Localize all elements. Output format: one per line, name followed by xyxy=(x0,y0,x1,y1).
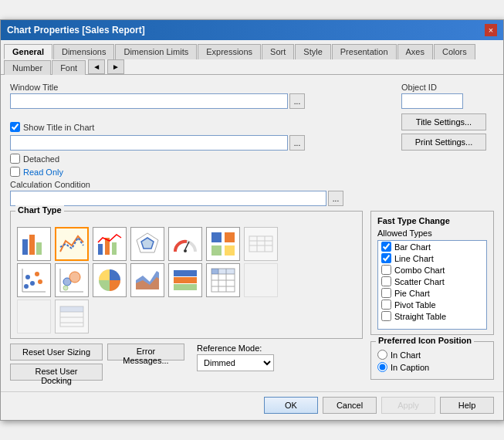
tab-dimension-limits[interactable]: Dimension Limits xyxy=(115,44,197,59)
pie-chart-icon[interactable] xyxy=(93,263,127,297)
svg-point-24 xyxy=(35,272,39,276)
chart-title-browse[interactable]: ... xyxy=(289,135,305,151)
svg-rect-0 xyxy=(22,239,28,255)
straight-table-list-label: Straight Table xyxy=(394,312,446,321)
straight-table-checkbox[interactable] xyxy=(381,311,391,321)
svg-point-22 xyxy=(25,275,30,279)
bar-chart-checkbox[interactable] xyxy=(381,242,391,252)
svg-rect-15 xyxy=(249,236,272,252)
scatter-chart-list-label: Scatter Chart xyxy=(394,277,445,286)
read-only-label: Read Only xyxy=(23,168,63,177)
window-title-browse[interactable]: ... xyxy=(289,93,305,109)
pie-chart-checkbox[interactable] xyxy=(381,288,391,298)
svg-rect-35 xyxy=(174,270,197,276)
scatter-chart-icon[interactable] xyxy=(17,263,51,297)
line-chart-checkbox[interactable] xyxy=(381,253,391,263)
line-chart-icon[interactable] xyxy=(55,227,89,261)
table-placeholder-icon[interactable] xyxy=(244,227,278,261)
preferred-position-box: Preferred Icon Position In Chart In Capt… xyxy=(370,341,494,380)
detached-label: Detached xyxy=(23,154,59,164)
tab-style[interactable]: Style xyxy=(295,44,330,59)
svg-point-25 xyxy=(38,279,42,284)
close-button[interactable]: × xyxy=(485,24,497,36)
svg-rect-2 xyxy=(36,242,42,255)
combo-chart-checkbox[interactable] xyxy=(381,265,391,275)
tab-axes[interactable]: Axes xyxy=(397,44,433,59)
svg-point-23 xyxy=(30,281,35,286)
svg-marker-8 xyxy=(141,238,154,249)
in-caption-radio[interactable] xyxy=(377,362,387,372)
tab-bar: General Dimensions Dimension Limits Expr… xyxy=(1,40,503,75)
tab-arrow-left[interactable]: ◄ xyxy=(88,59,105,74)
pivot-table-list-label: Pivot Table xyxy=(394,300,436,310)
area-chart-icon[interactable] xyxy=(130,263,164,297)
pivot-table-checkbox[interactable] xyxy=(381,300,391,310)
bar-chart-icon[interactable] xyxy=(17,227,51,261)
in-chart-option[interactable]: In Chart xyxy=(377,350,487,360)
tab-font[interactable]: Font xyxy=(52,60,86,75)
tab-colors[interactable]: Colors xyxy=(434,44,475,59)
svg-rect-1 xyxy=(29,235,35,255)
fast-type-box: Fast Type Change Allowed Types Bar Chart… xyxy=(370,211,494,335)
in-caption-option[interactable]: In Caption xyxy=(377,362,487,372)
window-title-input[interactable]: Sales Report xyxy=(10,93,288,109)
error-messages-button[interactable]: Error Messages... xyxy=(107,344,184,360)
calc-condition-browse[interactable]: ... xyxy=(328,191,343,206)
detached-checkbox[interactable] xyxy=(10,154,20,164)
reset-docking-button[interactable]: Reset User Docking xyxy=(10,364,103,381)
tab-sort[interactable]: Sort xyxy=(262,44,294,59)
allowed-types-listbox: Bar Chart Line Chart Combo Chart xyxy=(377,240,487,330)
svg-point-9 xyxy=(184,249,187,252)
radar-chart-icon[interactable] xyxy=(130,227,164,261)
combo-chart-icon[interactable] xyxy=(93,227,127,261)
show-title-label: Show Title in Chart xyxy=(23,123,94,132)
title-settings-button[interactable]: Title Settings... xyxy=(401,113,486,130)
funnel-chart-icon[interactable] xyxy=(168,263,202,297)
listbox-item-pivot[interactable]: Pivot Table xyxy=(378,299,486,310)
listbox-item-scatter[interactable]: Scatter Chart xyxy=(378,276,486,287)
title-bar: Chart Properties [Sales Report] × xyxy=(1,20,503,40)
bottom-buttons-row: OK Cancel Apply Help xyxy=(1,391,503,420)
window-title-label: Window Title xyxy=(10,83,394,92)
show-title-checkbox[interactable] xyxy=(10,122,20,132)
cancel-button[interactable]: Cancel xyxy=(323,397,377,414)
pivot-table-icon[interactable] xyxy=(206,263,240,297)
listbox-item-combo[interactable]: Combo Chart xyxy=(378,264,486,276)
tab-number[interactable]: Number xyxy=(4,60,51,75)
ok-button[interactable]: OK xyxy=(264,397,318,414)
listbox-item-line[interactable]: Line Chart xyxy=(378,252,486,264)
empty-icon-2 xyxy=(17,300,51,333)
tab-expressions[interactable]: Expressions xyxy=(198,44,261,59)
print-settings-button[interactable]: Print Settings... xyxy=(401,134,486,151)
chart-title-input[interactable]: Sales & Margin Curve By Month xyxy=(10,135,288,151)
tab-presentation[interactable]: Presentation xyxy=(332,44,397,59)
apply-button[interactable]: Apply xyxy=(381,397,435,414)
object-id-input[interactable]: CH16 xyxy=(401,93,463,109)
help-button[interactable]: Help xyxy=(440,397,494,414)
listbox-item-bar[interactable]: Bar Chart xyxy=(378,241,486,252)
ref-mode-select[interactable]: Normal Dimmed Hidden xyxy=(197,354,274,371)
listbox-item-pie[interactable]: Pie Chart xyxy=(378,287,486,299)
svg-rect-3 xyxy=(58,230,86,258)
svg-rect-13 xyxy=(211,245,222,256)
grid-chart-icon[interactable] xyxy=(206,227,240,261)
in-chart-radio[interactable] xyxy=(377,350,387,360)
scatter-chart-checkbox[interactable] xyxy=(381,276,391,286)
svg-rect-37 xyxy=(174,284,197,290)
reset-sizing-button[interactable]: Reset User Sizing xyxy=(10,344,103,360)
bubble-chart-icon[interactable] xyxy=(55,263,89,297)
svg-rect-45 xyxy=(211,269,235,274)
calc-condition-input[interactable] xyxy=(10,191,326,206)
straight-table-icon[interactable] xyxy=(55,300,89,333)
bar-chart-list-label: Bar Chart xyxy=(394,242,431,252)
tab-arrow-right[interactable]: ► xyxy=(107,59,124,74)
gauge-chart-icon[interactable] xyxy=(168,227,202,261)
listbox-item-straight[interactable]: Straight Table xyxy=(378,310,486,322)
tab-dimensions[interactable]: Dimensions xyxy=(53,44,114,59)
line-chart-list-label: Line Chart xyxy=(394,254,434,263)
in-chart-label: In Chart xyxy=(391,350,421,360)
svg-rect-6 xyxy=(112,242,117,255)
read-only-checkbox[interactable] xyxy=(10,167,20,177)
tab-general[interactable]: General xyxy=(4,44,52,59)
svg-rect-50 xyxy=(60,306,83,312)
